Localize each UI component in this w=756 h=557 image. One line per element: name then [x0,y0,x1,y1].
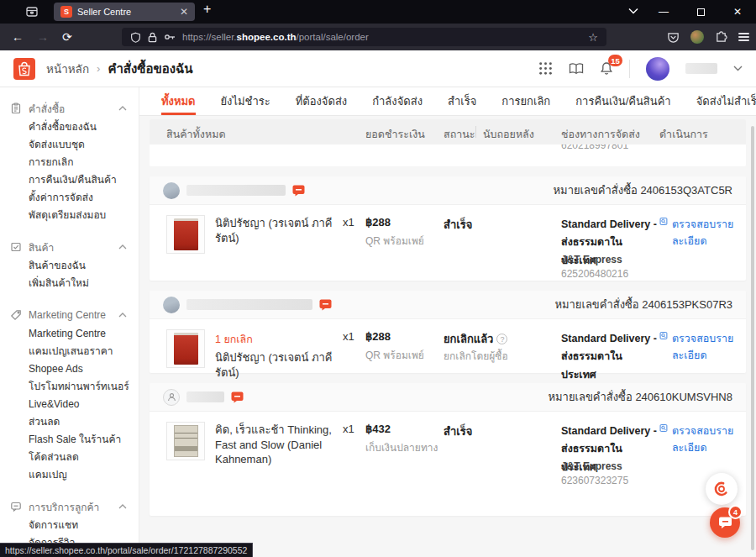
product-image[interactable] [166,329,205,368]
url-text: https://seller.shopee.co.th/portal/sale/… [182,32,369,42]
sidebar-item-bid-campaign[interactable]: แคมเปญเสนอราคา [0,343,139,360]
tab-unpaid[interactable]: ยังไม่ชำระ [221,87,270,115]
sidebar-item-live-video[interactable]: Live&Video [0,396,139,413]
chat-unread-badge: 4 [728,505,743,519]
sidebar-section-orders: คำสั่งซื้อ คำสั่งซื้อของฉัน จัดส่งแบบชุด… [0,98,139,224]
browser-nav-bar: ← → ⟳ https://seller.shopee.co.th/portal… [0,24,756,50]
product-name[interactable]: นิติปรัชญา (วรเจตน์ ภาคีรัตน์) [215,350,346,380]
url-bar[interactable]: https://seller.shopee.co.th/portal/sale/… [122,28,606,46]
product-qty: x1 [343,423,354,435]
chat-with-buyer-icon[interactable] [319,299,332,311]
pocket-icon[interactable] [667,31,680,44]
tab-cancellation[interactable]: การยกเลิก [501,87,550,115]
shopee-assistant-button[interactable] [706,473,738,505]
product-qty: x1 [343,330,354,343]
view-details-link[interactable]: ตรวจสอบรายละเอียด [659,330,746,364]
breadcrumb-separator-icon: › [97,62,100,75]
col-status: สถานะ [444,126,475,143]
chevron-up-icon[interactable] [118,244,127,250]
product-name[interactable]: นิติปรัชญา (วรเจตน์ ภาคีรัตน์) [215,216,346,245]
sidebar-item-shipping-settings[interactable]: ตั้งค่าการจัดส่ง [0,189,139,207]
window-minimize-button[interactable]: — [645,0,682,24]
tracking-shield-icon[interactable] [130,32,141,43]
view-details-link[interactable]: ตรวจสอบรายละเอียด [659,216,746,250]
forward-button[interactable]: → [37,30,49,44]
account-avatar[interactable] [646,57,669,81]
tab-completed[interactable]: สำเร็จ [448,87,476,115]
sidebar-item-partner-promotion[interactable]: โปรโมทผ่านพาร์ทเนอร์ [0,378,139,396]
back-button[interactable]: ← [12,30,24,44]
buyer-avatar[interactable] [163,389,180,406]
tab-shipping[interactable]: กำลังจัดส่ง [372,87,423,115]
browser-tab[interactable]: S Seller Centre ✕ [54,3,195,21]
sidebar-section-marketing-header[interactable]: Marketing Centre [0,305,139,325]
tab-list-chevron-icon[interactable] [628,8,638,14]
sidebar-item-shopee-ads[interactable]: Shopee Ads [0,360,139,378]
sidebar-item-cancellations[interactable]: การยกเลิก [0,154,139,171]
apps-grid-icon[interactable] [538,61,553,76]
window-maximize-button[interactable] [682,0,719,24]
sidebar-section-marketing: Marketing Centre Marketing Centre แคมเปญ… [0,305,139,484]
sidebar-item-my-orders[interactable]: คำสั่งซื้อของฉัน [0,118,139,136]
tab-failed-delivery[interactable]: จัดส่งไม่สำเร็จ [696,87,756,115]
product-image[interactable] [166,215,205,254]
menu-hamburger-icon[interactable] [738,33,749,41]
tab-return-refund[interactable]: การคืนเงิน/คืนสินค้า [575,87,670,115]
page-scrollbar[interactable] [751,126,754,550]
buyer-avatar[interactable] [163,297,180,313]
sidebar-item-add-product[interactable]: เพิ่มสินค้าใหม่ [0,275,139,292]
chat-with-buyer-icon[interactable] [292,185,305,197]
chat-with-buyer-icon[interactable] [231,391,244,403]
sidebar-section-products-header[interactable]: สินค้า [0,237,139,257]
chevron-up-icon[interactable] [118,504,127,509]
col-countdown: นับถอยหลัง [483,126,534,143]
chevron-up-icon[interactable] [118,313,127,318]
order-amount: ฿432 [365,423,391,435]
chat-fab-button[interactable]: 4 [710,507,740,538]
sidebar-section-orders-header[interactable]: คำสั่งซื้อ [0,98,139,118]
order-amount: ฿288 [365,216,391,229]
sidebar-item-flash-sale[interactable]: Flash Sale ในร้านค้า [0,431,139,449]
chevron-up-icon[interactable] [118,106,127,111]
page-header: หน้าหลัก › คำสั่งซื้อของฉัน 15 [0,50,756,87]
bookmark-star-icon[interactable]: ☆ [588,31,598,44]
sidebar-item-my-products[interactable]: สินค้าของฉัน [0,257,139,275]
order-card-partial: 620218997801 [150,145,746,166]
window-close-button[interactable]: ✕ [719,0,756,24]
sidebar-item-chat-management[interactable]: จัดการแชท [0,517,139,534]
sidebar-item-bulk-ship[interactable]: จัดส่งแบบชุด [0,136,139,154]
account-chevron-down-icon[interactable] [733,66,743,71]
product-image[interactable] [166,422,205,460]
shopee-logo[interactable] [13,58,35,80]
product-name[interactable]: คิด, เร็วและช้า Thinking, Fast and Slow … [215,423,346,467]
buyer-username-redacted [186,391,224,402]
tab-close-icon[interactable]: ✕ [180,7,188,17]
reload-button[interactable]: ⟳ [62,30,72,44]
sidebar-item-discount[interactable]: ส่วนลด [0,413,139,431]
breadcrumb-home[interactable]: หน้าหลัก [46,60,89,78]
order-status: สำเร็จ [444,216,472,234]
firefox-view-icon[interactable] [25,5,39,18]
lock-icon[interactable] [148,32,157,43]
help-icon[interactable]: ? [496,334,507,344]
browser-account-avatar[interactable] [690,30,704,44]
sidebar-item-parcels-handover[interactable]: พัสดุเตรียมส่งมอบ [0,207,139,224]
sidebar-section-customer-service-header[interactable]: การบริการลูกค้า [0,497,139,517]
notifications-bell[interactable]: 15 [600,61,613,76]
new-tab-button[interactable]: + [203,2,211,17]
buyer-avatar[interactable] [163,182,180,199]
view-details-link[interactable]: ตรวจสอบรายละเอียด [659,423,746,456]
sidebar-item-voucher[interactable]: โค้ดส่วนลด [0,449,139,466]
tab-all[interactable]: ทั้งหมด [161,87,196,115]
order-status: ยกเลิกแล้ว ? [444,330,507,348]
tracking-number: 623607323275 [561,475,628,486]
sidebar-item-marketing-centre[interactable]: Marketing Centre [0,325,139,343]
sidebar-item-returns[interactable]: การคืนเงิน/คืนสินค้า [0,171,139,189]
tag-icon [10,309,22,321]
tab-to-ship[interactable]: ที่ต้องจัดส่ง [296,87,348,115]
sidebar-item-campaign[interactable]: แคมเปญ [0,466,139,484]
order-amount: ฿288 [365,330,391,343]
extensions-icon[interactable] [715,31,727,44]
guide-book-icon[interactable] [569,62,584,76]
permissions-icon[interactable] [164,33,176,41]
